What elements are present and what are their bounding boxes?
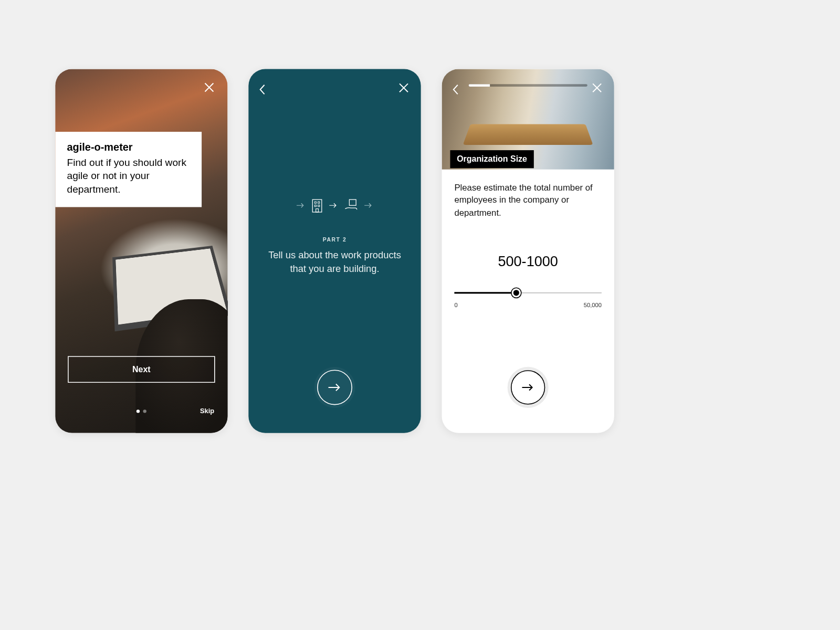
arrow-right-icon [297,203,305,208]
slider-track-filled [454,292,516,293]
intro-title: agile-o-meter [67,141,190,153]
building-icon [311,198,323,213]
back-button[interactable] [452,83,459,96]
chevron-left-icon [258,83,266,96]
back-button[interactable] [258,83,266,96]
progress-bar [469,84,587,87]
intro-card: agile-o-meter Find out if you should wor… [55,132,202,207]
part-label: PART 2 [248,236,421,243]
close-icon [397,81,410,94]
section-title-tag: Organization Size [450,150,533,168]
svg-rect-6 [314,202,316,203]
next-button[interactable]: Next [68,356,215,383]
next-button-label: Next [132,364,151,374]
svg-rect-12 [349,200,356,205]
slider-min-label: 0 [454,302,457,309]
chevron-left-icon [452,83,459,96]
svg-rect-7 [318,202,320,203]
close-button[interactable] [397,81,410,94]
part-prompt: Tell us about the work products that you… [265,248,404,276]
close-button[interactable] [591,81,603,94]
continue-button-inner [317,370,352,405]
slider-track-empty [516,292,602,293]
slider-value-label: 500-1000 [442,253,614,269]
progress-bar-fill [469,84,490,87]
intro-subtitle: Find out if you should work agile or not… [67,155,190,196]
slider-thumb[interactable] [511,288,521,298]
skip-button-label: Skip [200,407,214,414]
employee-count-slider[interactable] [454,287,602,299]
page-dot-active [136,410,140,413]
close-button[interactable] [203,81,216,94]
continue-button[interactable] [314,367,355,408]
arrow-right-icon [328,383,342,392]
page-indicator [136,410,146,413]
svg-rect-10 [316,209,319,212]
arrow-right-icon [521,383,535,392]
close-icon [203,81,216,94]
screen-part-intro: PART 2 Tell us about the work products t… [248,69,421,433]
arrow-right-icon [329,203,338,208]
continue-button[interactable] [508,367,549,408]
continue-button-inner [511,370,545,404]
screen-question-slider: Organization Size Please estimate the to… [442,69,614,433]
svg-rect-8 [314,205,316,206]
page-dot-inactive [143,410,146,413]
arrow-right-icon [364,203,373,208]
step-icons-row [248,198,421,213]
svg-rect-5 [312,200,322,212]
screen-intro: agile-o-meter Find out if you should wor… [55,69,227,433]
skip-button[interactable]: Skip [200,407,214,414]
svg-rect-9 [318,205,320,206]
slider-max-label: 50,000 [584,302,602,309]
hero-photo-table [463,124,593,145]
close-icon [591,81,603,94]
question-text: Please estimate the total number of empl… [454,181,602,219]
hand-product-icon [343,198,359,213]
